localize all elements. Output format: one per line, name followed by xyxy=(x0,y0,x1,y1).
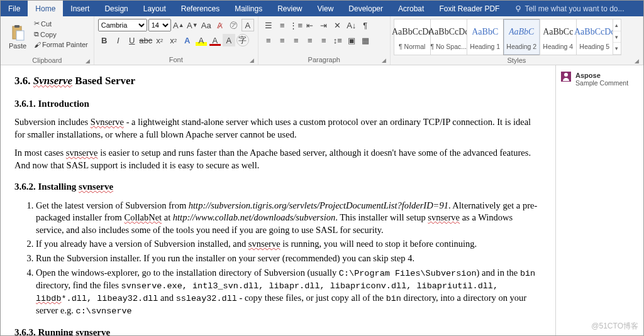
font-color-button[interactable]: A xyxy=(209,34,221,46)
underline-button[interactable]: U xyxy=(126,34,138,46)
font-launcher[interactable]: ◢ xyxy=(250,57,254,63)
install-steps: Get the latest version of Subversion fro… xyxy=(36,200,541,318)
shrink-font-button[interactable]: A▼ xyxy=(186,19,199,31)
multilevel-list-button[interactable]: ⋮≡ xyxy=(290,19,303,31)
bullets-button[interactable]: ☰ xyxy=(262,19,275,31)
justify-button[interactable]: ≡ xyxy=(304,34,316,46)
style-item[interactable]: AaBbCcHeading 4 xyxy=(540,19,577,55)
list-item: Get the latest version of Subversion fro… xyxy=(36,200,541,237)
document-body[interactable]: 3.6. Svnserve Based Server 3.6.1. Introd… xyxy=(1,65,555,336)
brush-icon: 🖌 xyxy=(34,41,41,48)
style-item[interactable]: AaBbCHeading 2 xyxy=(503,19,540,55)
character-shading-button[interactable]: A xyxy=(223,34,235,46)
bold-button[interactable]: B xyxy=(98,34,111,46)
italic-button[interactable]: I xyxy=(112,34,125,46)
format-painter-button[interactable]: 🖌Format Painter xyxy=(32,40,90,49)
grow-font-button[interactable]: A▲ xyxy=(172,19,185,31)
paste-button[interactable]: Paste xyxy=(4,19,31,55)
character-border-button[interactable]: A xyxy=(242,19,254,31)
shading-button[interactable]: ▣ xyxy=(345,34,358,46)
tab-foxit[interactable]: Foxit Reader PDF xyxy=(431,1,507,16)
highlight-button[interactable]: A xyxy=(195,34,208,46)
show-marks-button[interactable]: ¶ xyxy=(359,19,372,31)
ribbon: Paste ✂Cut ⧉Copy 🖌Format Painter Clipboa… xyxy=(1,16,643,65)
avatar-icon xyxy=(561,72,571,82)
tab-view[interactable]: View xyxy=(310,1,341,16)
strikethrough-button[interactable]: abc xyxy=(140,34,152,46)
heading-3-6-1: 3.6.1. Introduction xyxy=(14,97,541,110)
font-name-select[interactable]: Cambria xyxy=(98,19,147,31)
ribbon-tabs: File Home Insert Design Layout Reference… xyxy=(1,1,643,16)
distributed-button[interactable]: ≡ xyxy=(318,34,330,46)
superscript-button[interactable]: x2 xyxy=(167,34,180,46)
font-size-select[interactable]: 14 xyxy=(148,19,171,31)
tab-review[interactable]: Review xyxy=(270,1,309,16)
decrease-indent-button[interactable]: ⇤ xyxy=(304,19,316,31)
comment-item[interactable]: Aspose Sample Comment xyxy=(561,72,638,87)
align-left-button[interactable]: ≡ xyxy=(262,34,275,46)
list-item: Run the Subversion installer. If you run… xyxy=(36,252,541,265)
copy-button[interactable]: ⧉Copy xyxy=(32,30,90,39)
increase-indent-button[interactable]: ⇥ xyxy=(318,19,330,31)
style-item[interactable]: AaBbCHeading 1 xyxy=(467,19,504,55)
lightbulb-icon xyxy=(514,5,522,13)
style-item[interactable]: AaBbCcDcHeading 5 xyxy=(576,19,613,55)
enclose-characters-button[interactable]: 字 xyxy=(236,34,249,46)
phonetic-guide-button[interactable]: ㋐ xyxy=(228,19,240,31)
styles-gallery[interactable]: AaBbCcDc¶ NormalAaBbCcDc¶ No Spac...AaBb… xyxy=(394,19,621,55)
tab-design[interactable]: Design xyxy=(97,1,135,16)
svg-rect-2 xyxy=(14,25,19,28)
paragraph-launcher[interactable]: ◢ xyxy=(382,57,386,63)
heading-3-6: 3.6. Svnserve Based Server xyxy=(14,74,541,89)
tab-references[interactable]: References xyxy=(174,1,227,16)
tab-acrobat[interactable]: Acrobat xyxy=(391,1,431,16)
text-effects-button[interactable]: A xyxy=(181,34,194,46)
clear-formatting-button[interactable]: A̷ xyxy=(214,19,226,31)
para-intro-1: Subversion includes Svnserve - a lightwe… xyxy=(14,116,541,141)
asian-layout-button[interactable]: ✕ xyxy=(331,19,344,31)
tab-file[interactable]: File xyxy=(1,1,28,16)
cut-button[interactable]: ✂Cut xyxy=(32,19,90,28)
style-item[interactable]: AaBbCcDc¶ No Spac... xyxy=(430,19,467,55)
svg-rect-3 xyxy=(16,31,24,40)
clipboard-launcher[interactable]: ◢ xyxy=(86,58,90,64)
subscript-button[interactable]: x2 xyxy=(153,34,166,46)
group-styles: AaBbCcDc¶ NormalAaBbCcDc¶ No Spac...AaBb… xyxy=(391,16,643,65)
borders-button[interactable]: ▦ xyxy=(359,34,372,46)
line-spacing-button[interactable]: ↕≡ xyxy=(331,34,344,46)
group-clipboard: Paste ✂Cut ⧉Copy 🖌Format Painter Clipboa… xyxy=(1,16,94,65)
tell-me-search[interactable]: Tell me what you want to do... xyxy=(514,1,624,16)
comment-author: Aspose xyxy=(575,72,628,79)
style-item[interactable]: AaBbCcDc¶ Normal xyxy=(394,19,431,55)
tab-layout[interactable]: Layout xyxy=(136,1,174,16)
tab-insert[interactable]: Insert xyxy=(63,1,97,16)
styles-launcher[interactable]: ◢ xyxy=(635,58,639,64)
list-item: If you already have a version of Subvers… xyxy=(36,238,541,251)
sort-button[interactable]: A↓ xyxy=(345,19,358,31)
tab-developer[interactable]: Developer xyxy=(341,1,391,16)
styles-gallery-more[interactable]: ▴▾▾ xyxy=(613,19,621,55)
svg-point-0 xyxy=(516,6,520,9)
heading-3-6-2: 3.6.2. Installing svnserve xyxy=(14,180,541,193)
group-font: Cambria 14 A▲ A▼ Aa A̷ ㋐ A B I U abc x2 … xyxy=(94,16,258,65)
scissors-icon: ✂ xyxy=(34,19,40,28)
heading-3-6-3: 3.6.3. Running svnserve xyxy=(14,326,541,336)
comment-text: Sample Comment xyxy=(575,79,628,87)
para-intro-2: In most cases svnserve is easier to setu… xyxy=(14,147,541,171)
list-item: Open the windows-explorer, go to the ins… xyxy=(36,267,541,318)
watermark: @51CTO博客 xyxy=(591,321,638,332)
numbering-button[interactable]: ≡ xyxy=(276,19,289,31)
tab-home[interactable]: Home xyxy=(28,1,63,16)
copy-icon: ⧉ xyxy=(34,30,39,38)
change-case-button[interactable]: Aa xyxy=(200,19,213,31)
workspace: 3.6. Svnserve Based Server 3.6.1. Introd… xyxy=(1,65,643,336)
tab-mailings[interactable]: Mailings xyxy=(227,1,270,16)
comments-pane: Aspose Sample Comment xyxy=(555,65,643,336)
align-center-button[interactable]: ≡ xyxy=(276,34,289,46)
paste-icon xyxy=(11,24,25,41)
group-paragraph: ☰ ≡ ⋮≡ ⇤ ⇥ ✕ A↓ ¶ ≡ ≡ ≡ ≡ ≡ ↕≡ ▣ ▦ Parag… xyxy=(258,16,391,65)
align-right-button[interactable]: ≡ xyxy=(290,34,303,46)
